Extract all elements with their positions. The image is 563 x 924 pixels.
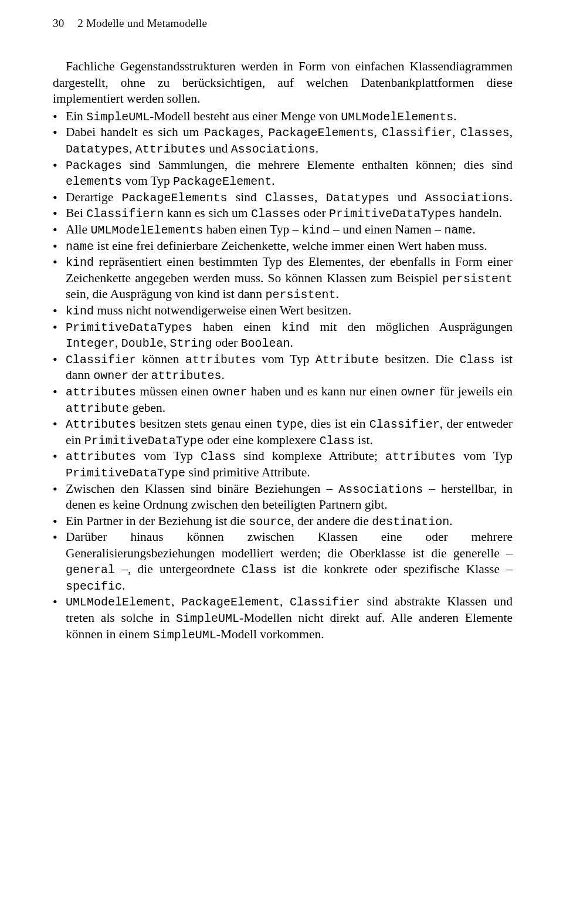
code-span: specific <box>66 580 122 593</box>
text-span: , <box>129 141 135 155</box>
text-span: haben einen <box>192 320 282 334</box>
code-span: PackageElements <box>121 191 227 205</box>
text-span: oder eine komplexere <box>204 433 320 447</box>
text-span: geben. <box>129 401 165 415</box>
chapter-title: 2 Modelle und Metamodelle <box>77 17 207 29</box>
code-span: owner <box>93 369 128 383</box>
code-span: String <box>170 337 212 350</box>
code-span: PrimitiveDataTypes <box>66 321 192 334</box>
text-span: Dabei handelt es sich um <box>66 125 204 139</box>
text-span: und <box>389 190 425 204</box>
bullet-list: Ein SimpleUML-Modell besteht aus einer M… <box>53 109 513 642</box>
text-span: , dies ist ein <box>304 417 369 431</box>
text-span: . <box>453 109 456 123</box>
code-span: kind <box>282 321 310 334</box>
text-span: sind komplexe Attribute; <box>236 449 385 463</box>
text-span: , <box>314 190 326 204</box>
text-span: kann es sich um <box>164 206 251 220</box>
list-item: Ein SimpleUML-Modell besteht aus einer M… <box>53 109 513 125</box>
text-span: sind primitive Attribute. <box>185 465 310 479</box>
code-span: source <box>249 515 291 529</box>
code-span: owner <box>401 385 436 399</box>
text-span: vom Typ <box>256 352 316 366</box>
text-span: muss nicht notwendigerweise einen Wert b… <box>94 303 351 317</box>
code-span: PrimitiveDataType <box>66 466 185 480</box>
intro-paragraph: Fachliche Gegenstandsstrukturen werden i… <box>53 59 513 107</box>
text-span: sein, die Ausprägung von kind ist dann <box>66 287 265 301</box>
list-item: Ein Partner in der Beziehung ist die sou… <box>53 513 513 530</box>
text-span: der <box>128 368 151 382</box>
text-span: haben und es kann nur einen <box>247 384 401 398</box>
code-span: PackageElements <box>268 126 374 140</box>
text-span: und <box>206 141 231 155</box>
code-span: Classes <box>460 126 510 140</box>
text-span: Derartige <box>66 190 121 204</box>
code-span: PrimitiveDataTypes <box>329 207 456 221</box>
list-item: kind repräsentiert einen bestimmten Typ … <box>53 254 513 303</box>
list-item: Darüber hinaus können zwischen Klassen e… <box>53 529 513 594</box>
code-span: general <box>66 563 115 577</box>
list-item: Derartige PackageElements sind Classes, … <box>53 189 513 206</box>
list-item: Packages sind Sammlungen, die mehrere El… <box>53 157 513 189</box>
text-span: , <box>164 336 170 350</box>
text-span: können <box>136 352 185 366</box>
text-span: Alle <box>66 222 90 236</box>
list-item: Bei Classifiern kann es sich um Classes … <box>53 205 513 222</box>
code-span: Datatypes <box>66 143 129 156</box>
code-span: PackageElement <box>173 175 272 188</box>
list-item: attributes vom Typ Class sind komplexe A… <box>53 448 513 480</box>
text-span: sind <box>228 190 265 204</box>
code-span: kind <box>66 256 94 269</box>
code-span: persistent <box>442 272 513 286</box>
list-item: UMLModelElement, PackageElement, Classif… <box>53 594 513 642</box>
text-span: haben einen Typ – <box>203 222 301 236</box>
code-span: owner <box>212 385 247 399</box>
code-span: Datatypes <box>326 191 389 205</box>
text-span: , der andere die <box>291 514 372 528</box>
code-span: attributes <box>385 450 456 463</box>
text-span: vom Typ <box>456 449 513 463</box>
code-span: Boolean <box>241 337 290 350</box>
text-span: –, die untergeordnete <box>115 562 242 576</box>
list-item: Dabei handelt es sich um Packages, Packa… <box>53 124 513 157</box>
code-span: Classifier <box>369 418 440 431</box>
text-span: Zwischen den Klassen sind binäre Beziehu… <box>66 482 338 496</box>
text-span: vom Typ <box>122 174 173 188</box>
text-span: , <box>280 594 290 608</box>
text-span: , <box>374 125 382 139</box>
text-span: , <box>260 125 269 139</box>
text-span: , <box>452 125 460 139</box>
code-span: Attributes <box>135 143 206 156</box>
text-span: besitzen. Die <box>379 352 460 366</box>
code-span: attributes <box>66 385 136 399</box>
code-span: SimpleUML <box>86 110 150 124</box>
text-span: . <box>472 222 475 236</box>
list-item: name ist eine frei definierbare Zeichenk… <box>53 238 513 255</box>
page: 30 2 Modelle und Metamodelle Fachliche G… <box>0 0 563 924</box>
text-span: . <box>122 578 125 593</box>
code-span: Classifier <box>66 353 136 367</box>
text-span: vom Typ <box>136 449 201 463</box>
text-span: ist die konkrete oder spezifische Klasse… <box>277 562 513 576</box>
text-span: oder <box>300 206 329 220</box>
code-span: kind <box>302 224 330 237</box>
code-span: Double <box>121 337 164 350</box>
text-span: -Modell vorkommen. <box>216 627 324 641</box>
list-item: PrimitiveDataTypes haben einen kind mit … <box>53 319 513 351</box>
text-span: , <box>115 336 121 350</box>
text-span: ist. <box>355 433 373 447</box>
text-span: . <box>272 174 274 188</box>
code-span: PrimitiveDataType <box>84 434 204 448</box>
code-span: Associations <box>425 191 510 205</box>
code-span: Classes <box>251 207 300 221</box>
code-span: UMLModelElements <box>341 110 453 124</box>
code-span: persistent <box>265 288 335 302</box>
text-span: . <box>335 287 338 301</box>
list-item: Attributes besitzen stets genau einen ty… <box>53 416 513 448</box>
code-span: UMLModelElement <box>66 595 171 609</box>
list-item: kind muss nicht notwendigerweise einen W… <box>53 303 513 319</box>
text-span: mit den möglichen Ausprägungen <box>310 320 513 334</box>
text-span: . <box>316 141 318 155</box>
code-span: Classifiern <box>86 207 164 221</box>
code-span: PackageElement <box>181 595 280 609</box>
